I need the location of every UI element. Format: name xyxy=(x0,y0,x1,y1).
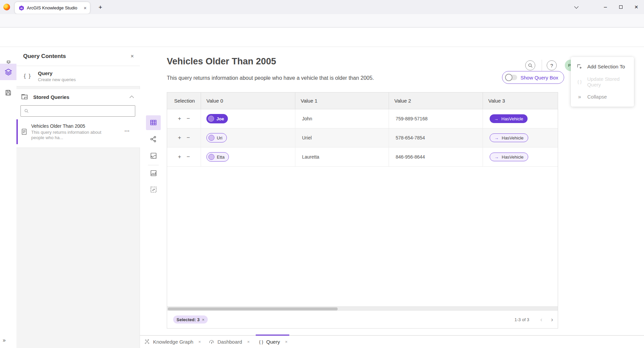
relationship-pill[interactable]: →HasVehicle xyxy=(490,114,528,123)
firefox-icon[interactable] xyxy=(3,4,10,10)
arrow-right-icon: → xyxy=(494,155,499,160)
collapse-chevron-icon[interactable] xyxy=(130,96,134,100)
clear-selection-icon[interactable]: × xyxy=(202,317,205,322)
tab-close-icon[interactable]: × xyxy=(247,339,250,344)
page-description: This query returns information about peo… xyxy=(167,75,374,81)
braces-icon: { } xyxy=(259,339,263,344)
map-view-button[interactable] xyxy=(146,148,161,163)
favicon-knowledge-studio-icon xyxy=(19,5,24,11)
menu-item-collapse[interactable]: » Collapse xyxy=(571,89,634,104)
context-menu: Add Selection To { } Update Stored Query… xyxy=(571,57,634,107)
save-icon[interactable] xyxy=(0,84,16,101)
remove-selection-icon[interactable]: − xyxy=(187,115,190,122)
link-chart-button[interactable] xyxy=(146,132,161,147)
help-button[interactable]: ? xyxy=(547,60,557,70)
add-selection-icon[interactable]: + xyxy=(178,134,181,141)
stored-query-item[interactable]: Vehicles Older Than 2005 This query retu… xyxy=(16,119,140,144)
table-icon xyxy=(150,119,157,126)
stored-queries-search[interactable] xyxy=(20,105,135,117)
cell-value2: 846-956-8644 xyxy=(389,148,483,166)
window-minimize-button[interactable]: – xyxy=(598,0,613,14)
tab-query[interactable]: { } Query × xyxy=(259,336,288,348)
app-header: Certification Project ? PL publisher2 la… xyxy=(0,27,644,47)
stored-query-title: Vehicles Older Than 2005 xyxy=(31,123,108,129)
stored-query-desc-line1: This query returns information about xyxy=(31,130,101,135)
show-query-box-toggle[interactable]: Show Query Box xyxy=(502,71,564,84)
entity-pill[interactable]: Etta xyxy=(206,152,229,162)
cell-value2: 578-654-7854 xyxy=(389,128,483,147)
panel-header: Query Contents × xyxy=(16,47,140,66)
prev-page-icon[interactable]: ‹ xyxy=(540,316,542,323)
remove-selection-icon[interactable]: − xyxy=(187,154,190,160)
cell-value1: Lauretta xyxy=(295,148,389,166)
tab-close-icon[interactable]: × xyxy=(285,339,288,344)
stored-query-desc-line2: people who ha... xyxy=(31,135,63,140)
query-document-icon xyxy=(21,128,27,135)
table-header-row: Selection Value 0 Value 1 Value 2 Value … xyxy=(167,93,558,109)
braces-icon: { } xyxy=(576,79,583,84)
tab-close-icon[interactable]: × xyxy=(198,339,201,344)
link-chart-icon xyxy=(150,135,157,143)
window-close-button[interactable]: × xyxy=(629,0,644,14)
more-options-icon[interactable]: ••• xyxy=(125,129,130,133)
cell-value1: John xyxy=(295,109,389,128)
panel-close-icon[interactable]: × xyxy=(131,53,134,60)
column-header-value1[interactable]: Value 1 xyxy=(295,93,389,109)
query-item-title: Query xyxy=(38,70,76,76)
tab-list-chevron-icon[interactable] xyxy=(568,0,584,14)
column-header-value0[interactable]: Value 0 xyxy=(201,93,295,109)
menu-item-update-stored-query[interactable]: { } Update Stored Query xyxy=(571,74,634,89)
search-button[interactable] xyxy=(525,60,535,70)
column-header-value3[interactable]: Value 3 xyxy=(483,93,558,109)
expand-rail-button[interactable]: » xyxy=(3,335,13,345)
map-icon xyxy=(150,152,157,159)
add-selection-icon[interactable]: + xyxy=(178,154,181,160)
table-row[interactable]: + − Joe John 759-889-57168 →HasVehicle xyxy=(167,109,558,128)
left-rail xyxy=(0,47,16,348)
search-icon xyxy=(528,63,533,68)
remove-selection-icon[interactable]: − xyxy=(187,134,190,141)
browser-tab[interactable]: ArcGIS Knowledge Studio × xyxy=(15,2,90,14)
menu-item-label: Collapse xyxy=(587,94,607,100)
scrollbar-thumb[interactable] xyxy=(168,307,338,310)
query-item[interactable]: { } Query Create new queries xyxy=(16,66,140,86)
stored-queries-header[interactable]: Stored Queries xyxy=(16,89,140,105)
menu-item-add-selection-to[interactable]: Add Selection To xyxy=(571,59,634,74)
query-contents-panel: Query Contents × { } Query Create new qu… xyxy=(16,47,140,348)
tab-dashboard[interactable]: Dashboard × xyxy=(209,336,250,348)
toggle-track[interactable] xyxy=(506,75,517,80)
tab-close-icon[interactable]: × xyxy=(84,5,87,11)
selected-count-chip[interactable]: Selected: 3 × xyxy=(173,315,208,324)
relationship-pill[interactable]: →HasVehicle xyxy=(490,153,528,161)
tab-knowledge-graph[interactable]: Knowledge Graph × xyxy=(144,336,201,348)
select-tool-button[interactable] xyxy=(146,182,161,197)
search-icon xyxy=(24,109,29,113)
entity-pill[interactable]: Uri xyxy=(206,133,227,142)
relationship-pill[interactable]: →HasVehicle xyxy=(490,133,528,142)
tab-label: Query xyxy=(266,339,280,345)
column-header-selection[interactable]: Selection xyxy=(167,93,201,109)
braces-icon: { } xyxy=(24,73,31,79)
new-tab-button[interactable]: + xyxy=(95,3,105,12)
table-row[interactable]: + − Uri Uriel 578-654-7854 →HasVehicle xyxy=(167,128,558,148)
histogram-button[interactable] xyxy=(146,166,161,180)
toggle-knob[interactable] xyxy=(505,74,512,81)
entity-avatar-icon xyxy=(208,116,214,122)
row-range-label: 1-3 of 3 xyxy=(514,317,529,322)
horizontal-scrollbar[interactable] xyxy=(167,306,558,311)
tab-title: ArcGIS Knowledge Studio xyxy=(27,5,84,10)
add-selection-icon[interactable]: + xyxy=(178,115,181,122)
search-input[interactable] xyxy=(32,108,132,114)
next-page-icon[interactable]: › xyxy=(551,316,553,323)
entity-pill[interactable]: Joe xyxy=(206,114,228,123)
column-header-value2[interactable]: Value 2 xyxy=(389,93,483,109)
table-footer: Selected: 3 × 1-3 of 3 ‹ › xyxy=(167,311,558,328)
window-maximize-button[interactable] xyxy=(613,0,629,14)
stored-queries-section: Stored Queries Vehicles Older Than 2005 … xyxy=(16,89,140,148)
knowledge-graph-icon xyxy=(144,339,150,345)
layers-icon[interactable] xyxy=(0,64,16,80)
table-row[interactable]: + − Etta Lauretta 846-956-8644 →HasVehic… xyxy=(167,148,558,167)
cell-value1: Uriel xyxy=(295,128,389,147)
table-view-button[interactable] xyxy=(146,115,161,130)
selected-count-label: Selected: 3 xyxy=(177,317,200,322)
